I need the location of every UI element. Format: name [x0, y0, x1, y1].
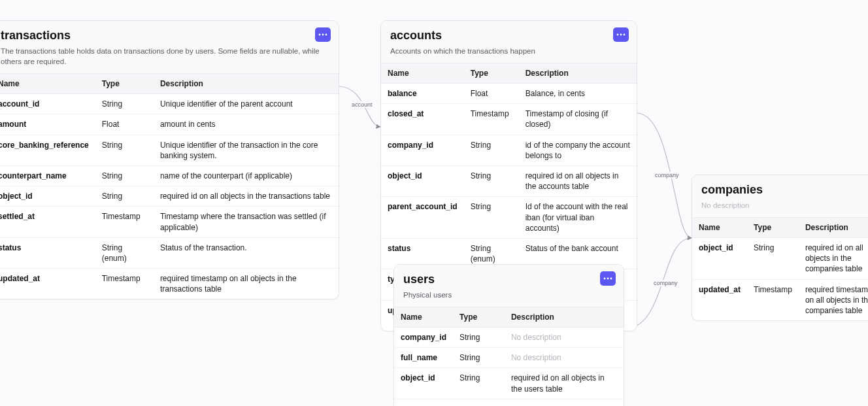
field-description: required id on all objects in the users … [505, 368, 624, 399]
table-row[interactable]: closed_atTimestampTimestamp of closing (… [381, 104, 637, 135]
table-row[interactable]: object_idStringrequired id on all object… [692, 238, 868, 280]
table-row[interactable]: counterpart_nameStringname of the counte… [0, 165, 339, 186]
table-row[interactable]: company_idStringNo description [394, 328, 624, 348]
table-row[interactable]: parent_account_idStringId of the account… [381, 197, 637, 239]
fields-table: Name Type Description company_idStringNo… [394, 307, 624, 406]
field-description: required id on all objects in the accoun… [519, 166, 637, 197]
table-row[interactable]: updated_atTimestamprequired timestamp on… [692, 279, 868, 320]
field-description: No description [505, 328, 624, 348]
field-description: Balance, in cents [519, 84, 637, 104]
field-type: String [95, 165, 154, 186]
field-description: required id on all objects in the transa… [154, 186, 339, 207]
table-row[interactable]: company_idStringid of the company the ac… [381, 135, 637, 165]
fields-table: Name Type Description account_idStringUn… [0, 74, 339, 299]
field-description: required timestamp on all objects in the… [154, 269, 339, 299]
entity-description: No description [701, 200, 868, 211]
fields-table: Name Type Description object_idStringreq… [692, 218, 868, 320]
field-description: Id of the account with the real iban (fo… [519, 197, 637, 239]
field-type: String (enum) [95, 237, 154, 268]
table-row[interactable]: updated_atTimestamprequired timestamp on… [394, 399, 624, 406]
field-name: object_id [381, 166, 464, 197]
field-name: status [0, 237, 95, 268]
entity-title: accounts [390, 29, 627, 42]
edge-label: company [652, 280, 679, 286]
entity-more-button[interactable] [613, 27, 629, 42]
table-row[interactable]: settled_atTimestampTimestamp where the t… [0, 207, 339, 237]
field-type: String [747, 238, 799, 280]
field-name: settled_at [0, 207, 95, 237]
svg-point-4 [620, 34, 622, 36]
field-type: Timestamp [464, 104, 519, 135]
table-row[interactable]: object_idStringrequired id on all object… [394, 368, 624, 399]
field-type: String [95, 94, 154, 114]
col-name: Name [381, 63, 464, 84]
field-type: String [464, 166, 519, 197]
field-description: Status of the transaction. [154, 237, 339, 268]
entity-users[interactable]: users Physical users Name Type Descripti… [393, 264, 624, 406]
field-type: String [453, 348, 505, 368]
table-row[interactable]: object_idStringrequired id on all object… [0, 186, 339, 207]
svg-point-5 [624, 34, 626, 36]
entity-header: transactions The transactions table hold… [0, 21, 339, 74]
col-name: Name [0, 74, 95, 94]
field-name: object_id [394, 368, 453, 399]
field-type: String [453, 368, 505, 399]
field-description: Unique identifier of the parent account [154, 94, 339, 114]
field-type: Timestamp [95, 269, 154, 299]
entity-companies[interactable]: companies No description Name Type Descr… [692, 175, 868, 321]
field-type: String [95, 135, 154, 165]
entity-description: Accounts on which the transactions happe… [390, 46, 627, 56]
svg-point-8 [610, 278, 612, 280]
field-type: String [95, 186, 154, 207]
field-type: Timestamp [453, 399, 505, 406]
entity-more-button[interactable] [315, 27, 331, 42]
table-row[interactable]: core_banking_referenceStringUnique ident… [0, 135, 339, 165]
table-row[interactable]: account_idStringUnique identifier of the… [0, 94, 339, 114]
table-row[interactable]: updated_atTimestamprequired timestamp on… [0, 269, 339, 299]
field-description: Unique identifier of the transaction in … [154, 135, 339, 165]
field-description: required timestamp on all objects in the… [799, 279, 868, 320]
entity-title: transactions [1, 29, 329, 42]
entity-description: The transactions table holds data on tra… [1, 46, 329, 67]
field-name: closed_at [381, 104, 464, 135]
entity-header: companies No description [692, 175, 868, 218]
table-row[interactable]: object_idStringrequired id on all object… [381, 166, 637, 197]
col-type: Type [464, 63, 519, 84]
field-type: Timestamp [95, 207, 154, 237]
field-description: id of the company the account belongs to [519, 135, 637, 165]
entity-more-button[interactable] [600, 271, 616, 286]
ellipsis-icon [603, 277, 612, 280]
field-type: String [464, 135, 519, 165]
entity-title: users [403, 273, 614, 286]
field-description: required timestamp on all objects in the… [505, 399, 624, 406]
edge-accounts-companies [637, 113, 692, 238]
field-name: updated_at [692, 279, 747, 320]
col-type: Type [453, 307, 505, 328]
field-type: String [453, 328, 505, 348]
svg-point-6 [604, 278, 606, 280]
col-type: Type [95, 74, 154, 94]
table-row[interactable]: full_nameStringNo description [394, 348, 624, 368]
table-row[interactable]: balanceFloatBalance, in cents [381, 84, 637, 104]
field-type: Float [95, 114, 154, 135]
col-name: Name [692, 218, 747, 238]
field-name: parent_account_id [381, 197, 464, 239]
field-name: updated_at [394, 399, 453, 406]
svg-point-2 [326, 34, 327, 36]
field-name: core_banking_reference [0, 135, 95, 165]
field-description: No description [505, 348, 624, 368]
ellipsis-icon [318, 33, 327, 36]
table-row[interactable]: amountFloatamount in cents [0, 114, 339, 135]
field-name: amount [0, 114, 95, 135]
field-type: Timestamp [747, 279, 799, 320]
field-name: account_id [0, 94, 95, 114]
field-type: Float [464, 84, 519, 104]
edge-label: account [350, 101, 374, 108]
edge-transactions-accounts [339, 86, 380, 127]
entity-header: accounts Accounts on which the transacti… [381, 21, 637, 63]
entity-transactions[interactable]: transactions The transactions table hold… [0, 20, 339, 299]
schema-canvas[interactable]: transactions The transactions table hold… [0, 0, 868, 406]
table-row[interactable]: statusString (enum)Status of the transac… [0, 237, 339, 268]
field-name: full_name [394, 348, 453, 368]
field-name: company_id [381, 135, 464, 165]
